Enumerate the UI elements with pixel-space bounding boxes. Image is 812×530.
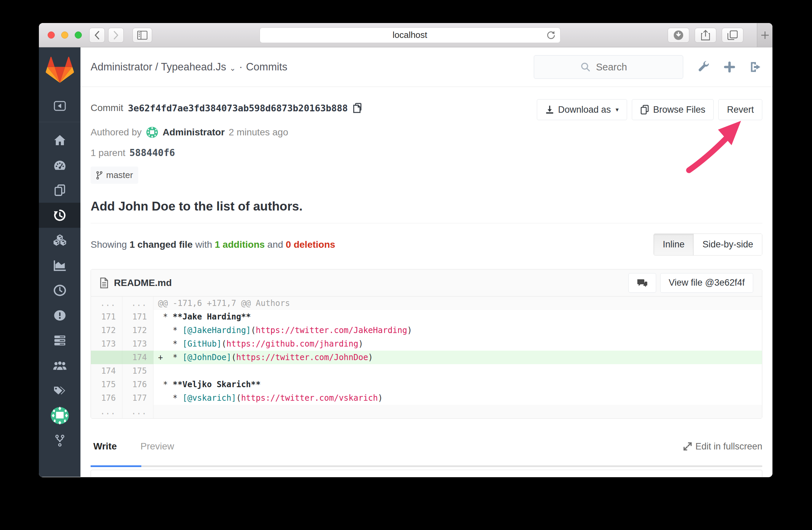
diff-line-number-new[interactable]: 175 (122, 364, 153, 378)
fullscreen-expand-icon (683, 442, 692, 451)
author-name[interactable]: Administrator (163, 127, 225, 138)
diff-line-number-new[interactable]: 177 (122, 391, 153, 405)
diff-line-number-new[interactable]: 174 (122, 351, 153, 364)
sidebar-item-labels[interactable] (39, 378, 81, 403)
history-icon (54, 209, 66, 222)
changed-file-count[interactable]: 1 changed file (129, 239, 193, 250)
sidebar-item-home[interactable] (39, 128, 81, 153)
file-icon (100, 278, 108, 288)
search-input[interactable] (596, 61, 637, 73)
project-avatar (50, 406, 70, 425)
commit-label: Commit (91, 102, 123, 113)
diff-file-header: README.md View file @3e62f4f (91, 269, 762, 296)
tab-overview-button[interactable] (722, 28, 743, 43)
with-label: with (195, 239, 212, 250)
sidebar-toggle-button[interactable] (132, 28, 152, 43)
diff-code-line: * **Jake Harding** (153, 310, 762, 323)
authored-by-label: Authored by (91, 127, 142, 138)
diff-line-number-old[interactable]: 175 (91, 378, 122, 391)
diff-line-number-old[interactable]: 176 (91, 391, 122, 405)
breadcrumb-separator: · (239, 61, 242, 73)
tab-write[interactable]: Write (91, 441, 120, 452)
diff-line-number-new[interactable]: 173 (122, 337, 153, 351)
revert-button[interactable]: Revert (719, 99, 762, 120)
sidebar-item-time[interactable] (39, 278, 81, 303)
view-file-button[interactable]: View file @3e62f4f (660, 273, 753, 293)
address-bar[interactable]: localhost (260, 27, 561, 43)
sign-out-icon[interactable] (750, 61, 762, 73)
tab-preview[interactable]: Preview (138, 441, 177, 452)
minimize-window-button[interactable] (61, 31, 68, 39)
diff-line-number-new[interactable]: 176 (122, 378, 153, 391)
diff-line-number-old[interactable]: 174 (91, 364, 122, 378)
search-box[interactable] (534, 55, 683, 79)
comment-button[interactable] (628, 273, 656, 293)
parent-sha-link[interactable]: 588440f6 (129, 147, 175, 158)
diff-line-number-old[interactable]: 172 (91, 323, 122, 337)
new-tab-button[interactable] (757, 23, 772, 47)
sidebar-item-graphs[interactable] (39, 253, 81, 278)
branch-badge[interactable]: master (91, 167, 138, 184)
breadcrumb-project[interactable]: Administrator / Typeahead.Js (91, 61, 226, 73)
branch-name: master (106, 170, 133, 180)
browse-files-label: Browse Files (653, 104, 706, 115)
diff-file-name[interactable]: README.md (114, 278, 172, 288)
edit-in-fullscreen-link[interactable]: Edit in fullscreen (683, 441, 762, 452)
copy-sha-icon[interactable] (352, 102, 362, 113)
sidebar-item-network[interactable] (39, 428, 81, 453)
sidebar-item-builds[interactable] (39, 228, 81, 253)
revert-label: Revert (727, 104, 754, 115)
close-window-button[interactable] (48, 31, 55, 39)
back-button[interactable] (89, 28, 105, 43)
sidebar-item-commits[interactable] (39, 203, 81, 228)
diff-line-number-new[interactable]: ... (122, 405, 153, 418)
window-controls (48, 31, 82, 39)
browse-files-button[interactable]: Browse Files (632, 99, 714, 120)
merge-requests-icon (54, 335, 66, 346)
download-as-button[interactable]: Download as ▾ (537, 99, 627, 120)
sidebar-item-files[interactable] (39, 178, 81, 203)
view-file-label: View file @3e62f4f (669, 278, 745, 288)
chevron-down-icon[interactable]: ⌄ (230, 64, 236, 73)
clock-icon (54, 284, 66, 296)
diff-view-toggle: Inline Side-by-side (653, 234, 762, 255)
fullscreen-label: Edit in fullscreen (695, 441, 762, 452)
sidebar-item-dashboard[interactable] (39, 153, 81, 178)
forward-button[interactable] (108, 28, 124, 43)
zoom-window-button[interactable] (75, 31, 82, 39)
sidebar-item-profile[interactable] (39, 403, 81, 428)
branch-icon (96, 171, 103, 180)
new-project-plus-icon[interactable] (724, 61, 735, 73)
diff-row: 175176 * **Veljko Skarich** (91, 378, 762, 391)
diff-line-number-old[interactable]: ... (91, 405, 122, 418)
diff-row: 172172 * [@JakeHarding](https://twitter.… (91, 323, 762, 337)
commit-message-title: Add John Doe to the list of authors. (91, 199, 762, 213)
diff-code-line: + * [@JohnDoe](https://twitter.com/JohnD… (153, 351, 762, 364)
sidebar-item-members[interactable] (39, 353, 81, 378)
diff-row: ......@@ -171,6 +171,7 @@ Authors (91, 296, 762, 310)
side-by-side-toggle-button[interactable]: Side-by-side (693, 234, 762, 255)
diff-table-body: ......@@ -171,6 +171,7 @@ Authors171171 … (91, 296, 762, 418)
downloads-button[interactable] (668, 28, 689, 43)
sidebar-item-merge-requests[interactable] (39, 328, 81, 353)
reload-icon[interactable] (546, 30, 556, 40)
diff-line-number-old[interactable]: ... (91, 296, 122, 310)
sidebar-item-collapse[interactable] (39, 95, 81, 117)
sidebar-item-issues[interactable] (39, 303, 81, 328)
gitlab-logo[interactable] (45, 47, 75, 95)
diff-line-number-new[interactable]: 172 (122, 323, 153, 337)
changes-summary: Showing 1 changed file with 1 additions … (91, 239, 335, 250)
diff-line-number-old[interactable]: 173 (91, 337, 122, 351)
comment-editor: Write Preview Edit in fullscreen (91, 441, 762, 477)
diff-line-number-new[interactable]: 171 (122, 310, 153, 323)
author-avatar[interactable] (146, 126, 159, 138)
graphs-icon (54, 260, 66, 271)
share-button[interactable] (695, 28, 716, 43)
diff-line-number-new[interactable]: ... (122, 296, 153, 310)
comment-textarea[interactable] (91, 470, 762, 477)
inline-toggle-button[interactable]: Inline (654, 234, 693, 255)
admin-wrench-icon[interactable] (697, 61, 710, 73)
diff-line-number-old[interactable] (91, 351, 122, 364)
collapse-sidebar-icon (54, 101, 66, 111)
diff-line-number-old[interactable]: 171 (91, 310, 122, 323)
